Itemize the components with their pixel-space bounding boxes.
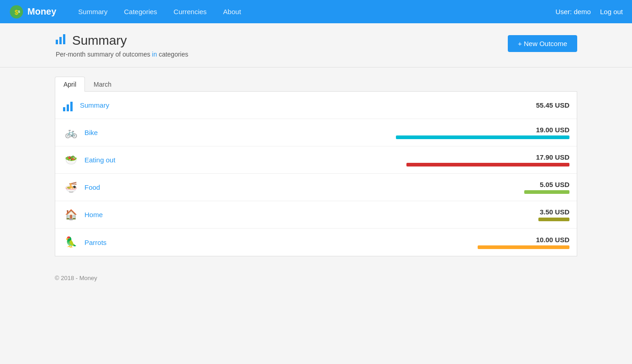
row-icon <box>63 99 74 112</box>
summary-table: Summary 55.45 USD 🚲 Bike 19.00 USD 🥗 Eat… <box>55 92 577 256</box>
footer-text: © 2018 - Money <box>55 275 97 281</box>
nav-currencies[interactable]: Currencies <box>165 0 215 23</box>
svg-rect-3 <box>56 40 58 44</box>
month-tabs: April March <box>55 77 577 92</box>
brand-label: Money <box>27 6 56 17</box>
page-title-wrap: Summary Per-month summary of outcomes in… <box>55 32 188 58</box>
logout-link[interactable]: Log out <box>600 8 623 16</box>
row-bar-area: 55.45 USD <box>144 101 569 109</box>
category-bar <box>524 190 569 194</box>
row-label: Home <box>84 211 148 218</box>
tab-april[interactable]: April <box>55 77 85 92</box>
summary-row[interactable]: Summary 55.45 USD <box>55 92 577 119</box>
main-content: April March Summary 55.45 USD 🚲 Bike 19.… <box>0 68 632 265</box>
category-bar <box>538 218 569 221</box>
footer: © 2018 - Money <box>0 265 632 291</box>
summary-row[interactable]: 🍜 Food 5.05 USD <box>55 174 577 201</box>
svg-rect-5 <box>63 34 65 44</box>
navbar-right: User: demo Log out <box>555 8 623 16</box>
row-icon: 🦜 <box>63 236 79 248</box>
row-icon: 🍜 <box>63 182 79 193</box>
row-icon: 🏠 <box>63 209 79 221</box>
app-logo: $ s <box>9 5 24 19</box>
row-bar-area: 5.05 USD <box>148 181 569 194</box>
navbar-nav: Summary Categories Currencies About <box>70 0 555 23</box>
svg-rect-8 <box>70 102 73 111</box>
row-label: Food <box>84 183 148 191</box>
row-icon: 🚲 <box>63 127 79 139</box>
svg-rect-7 <box>67 104 69 111</box>
summary-row[interactable]: 🥗 Eating out 17.90 USD <box>55 146 577 174</box>
row-amount: 19.00 USD <box>536 126 569 134</box>
row-bar-area: 17.90 USD <box>148 153 569 166</box>
row-bar-area: 10.00 USD <box>148 236 569 249</box>
page-title-text: Summary <box>72 33 127 48</box>
summary-row[interactable]: 🏠 Home 3.50 USD <box>55 201 577 229</box>
nav-categories[interactable]: Categories <box>116 0 166 23</box>
nav-summary[interactable]: Summary <box>70 0 116 23</box>
row-icon: 🥗 <box>63 154 79 166</box>
summary-row[interactable]: 🦜 Parrots 10.00 USD <box>55 229 577 256</box>
page-title: Summary <box>55 32 188 48</box>
nav-about[interactable]: About <box>215 0 249 23</box>
row-amount: 3.50 USD <box>540 208 569 216</box>
page-subtitle: Per-month summary of outcomes in categor… <box>56 51 188 58</box>
row-amount: 5.05 USD <box>540 181 569 188</box>
svg-text:s: s <box>18 9 20 13</box>
row-amount: 10.00 USD <box>536 236 569 244</box>
row-amount: 55.45 USD <box>536 101 569 109</box>
summary-row[interactable]: 🚲 Bike 19.00 USD <box>55 119 577 146</box>
navbar: $ s Money Summary Categories Currencies … <box>0 0 632 23</box>
svg-rect-6 <box>63 107 65 111</box>
user-label: User: demo <box>555 8 591 16</box>
page-header: Summary Per-month summary of outcomes in… <box>0 23 632 68</box>
row-bar-area: 3.50 USD <box>148 208 569 221</box>
category-bar <box>478 245 569 249</box>
navbar-brand[interactable]: $ s Money <box>9 5 56 19</box>
row-label: Bike <box>84 129 148 136</box>
category-bar <box>396 135 569 139</box>
new-outcome-button[interactable]: + New Outcome <box>508 35 577 52</box>
row-bar-area: 19.00 USD <box>148 126 569 139</box>
svg-rect-4 <box>59 37 62 44</box>
row-label: Eating out <box>84 156 148 164</box>
summary-chart-icon <box>55 32 68 48</box>
category-bar <box>406 163 569 166</box>
row-amount: 17.90 USD <box>536 153 569 161</box>
row-label: Summary <box>80 101 144 109</box>
tab-march[interactable]: March <box>85 77 120 92</box>
row-label: Parrots <box>84 239 148 246</box>
